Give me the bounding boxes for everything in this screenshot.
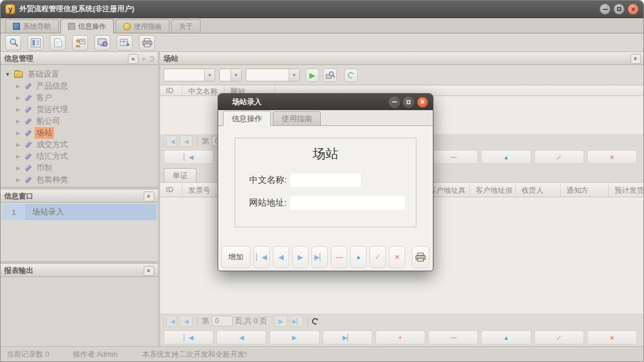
dialog-tab-info-operation[interactable]: 信息操作: [223, 111, 271, 126]
last-page-button[interactable]: ▶▏: [290, 315, 303, 327]
collapse-panel-button[interactable]: «: [144, 192, 154, 202]
tree-item-label: 产品信息: [35, 80, 70, 92]
navigation-icon: [13, 23, 20, 30]
first-record-button[interactable]: ▏◀: [253, 246, 270, 268]
table-add-button[interactable]: [117, 35, 133, 50]
first-record-button[interactable]: ▏◀: [164, 150, 213, 164]
filter-field-combo[interactable]: ▼: [164, 69, 215, 81]
prev-record-button[interactable]: ◀: [216, 330, 266, 344]
minimize-button[interactable]: [599, 4, 611, 15]
tab-system-navigation[interactable]: 系统导航: [5, 19, 59, 33]
preview-search-button[interactable]: [5, 35, 21, 50]
advanced-search-button[interactable]: [323, 69, 337, 82]
minus-icon: —: [450, 334, 456, 341]
edit-record-button[interactable]: ▲: [481, 150, 531, 164]
prev-page-button[interactable]: ◀: [179, 315, 193, 327]
execute-search-button[interactable]: ▶: [306, 69, 319, 82]
dialog-maximize-button[interactable]: [403, 97, 414, 108]
column-header[interactable]: 客户地址假: [470, 183, 516, 197]
first-page-button[interactable]: ▏◀: [164, 315, 177, 327]
tree-item-customer[interactable]: ▶ 客户: [4, 92, 158, 104]
tab-user-guide[interactable]: 使用指南: [116, 19, 170, 33]
info-management-panel-header[interactable]: 信息管理 « +: [1, 52, 158, 65]
dialog-title: 场站录入: [232, 97, 262, 107]
prev-page-button[interactable]: ◀: [179, 135, 193, 147]
app-logo-icon: y: [5, 4, 15, 14]
cancel-button[interactable]: ×: [389, 246, 405, 268]
chinese-name-input[interactable]: [290, 173, 361, 187]
tab-documents[interactable]: 单证: [164, 168, 196, 182]
delete-record-button[interactable]: —: [428, 330, 478, 344]
dialog-minimize-button[interactable]: [389, 97, 400, 108]
refresh-button[interactable]: [344, 69, 358, 82]
tree-root-basic-settings[interactable]: ▼ 基础设置: [4, 69, 158, 80]
cancel-button[interactable]: ×: [587, 150, 637, 164]
document-button[interactable]: [50, 35, 66, 50]
website-address-input[interactable]: [290, 196, 405, 210]
maximize-button[interactable]: [614, 4, 625, 15]
page-number-input[interactable]: [212, 316, 233, 326]
add-button[interactable]: 增加: [221, 246, 250, 268]
tool-icon: [25, 118, 32, 125]
dialog-titlebar[interactable]: 场站录入 ×: [218, 94, 433, 110]
column-header[interactable]: 预计发货: [609, 183, 644, 197]
tree-item-settlement-method[interactable]: ▶ 结汇方式: [4, 151, 158, 162]
last-record-button[interactable]: ▶▏: [311, 246, 328, 268]
first-page-button[interactable]: ▏◀: [164, 135, 177, 147]
tab-info-operation[interactable]: 信息操作: [60, 19, 114, 33]
first-icon: ▏◀: [166, 318, 175, 325]
prev-record-button[interactable]: ◀: [273, 246, 289, 268]
edit-record-button[interactable]: ▲: [481, 330, 531, 344]
next-record-button[interactable]: ▶: [269, 330, 319, 344]
dialog-tab-user-guide[interactable]: 使用指南: [273, 111, 321, 125]
report-output-panel-header[interactable]: 报表输出 «: [1, 264, 158, 277]
tab-about[interactable]: 关于: [171, 19, 201, 33]
remote-desktop-button[interactable]: [94, 35, 110, 50]
tree-item-station[interactable]: ▶ 场站: [4, 127, 158, 139]
list-item-station-entry[interactable]: 1 场站录入: [2, 204, 157, 220]
tree-root-label: 基础设置: [26, 69, 61, 80]
printer-button[interactable]: [139, 35, 155, 50]
next-page-button[interactable]: ▶: [274, 315, 287, 327]
column-header[interactable]: ID: [160, 86, 182, 95]
user-report-button[interactable]: [72, 35, 88, 50]
column-header[interactable]: ID: [160, 183, 182, 197]
first-record-button[interactable]: ▏◀: [164, 330, 213, 344]
print-button[interactable]: [412, 246, 429, 268]
add-record-button[interactable]: +: [375, 330, 425, 344]
collapse-sidebar-button[interactable]: «: [128, 54, 138, 64]
collapse-panel-button[interactable]: «: [631, 54, 641, 64]
tree-item-label: 包装种类: [35, 174, 70, 186]
column-header[interactable]: 收货人: [516, 183, 561, 197]
chevron-down-icon: ▼: [4, 71, 11, 77]
chevron-right-icon: ▶: [15, 153, 22, 159]
confirm-button[interactable]: ✓: [370, 246, 386, 268]
column-header[interactable]: 通知方: [561, 183, 609, 197]
close-button[interactable]: ×: [628, 4, 639, 15]
info-tree: ▼ 基础设置 ▶ 产品信息 ▶ 客户 ▶ 货运代理: [1, 65, 158, 187]
tree-item-deal-method[interactable]: ▶ 成交方式: [4, 139, 158, 151]
cancel-button[interactable]: ×: [587, 330, 637, 344]
tree-item-currency[interactable]: ▶ 币制: [4, 162, 158, 174]
tree-item-product-info[interactable]: ▶ 产品信息: [4, 80, 158, 92]
tree-item-freight-agent[interactable]: ▶ 货运代理: [4, 104, 158, 115]
info-window-panel-header[interactable]: 信息窗口 «: [1, 190, 158, 203]
form-view-button[interactable]: [28, 35, 43, 50]
confirm-button[interactable]: ✓: [534, 150, 584, 164]
filter-operator-combo[interactable]: ▼: [219, 69, 242, 81]
next-record-button[interactable]: ▶: [292, 246, 309, 268]
tree-item-package-type[interactable]: ▶ 包装种类: [4, 174, 158, 186]
delete-record-button[interactable]: —: [331, 246, 347, 268]
tree-item-label: 货运代理: [35, 104, 70, 115]
separator: [197, 317, 198, 326]
tree-item-shipping-company[interactable]: ▶ 船公司: [4, 115, 158, 127]
collapse-panel-button[interactable]: «: [144, 266, 154, 276]
last-record-button[interactable]: ▶▏: [323, 330, 372, 344]
refresh-icon[interactable]: [311, 317, 320, 325]
delete-record-button[interactable]: —: [428, 150, 478, 164]
tool-icon: [25, 83, 32, 90]
edit-record-button[interactable]: ▲: [350, 246, 367, 268]
filter-value-combo[interactable]: ▼: [246, 69, 300, 81]
confirm-button[interactable]: ✓: [534, 330, 584, 344]
dialog-close-button[interactable]: ×: [417, 97, 428, 108]
